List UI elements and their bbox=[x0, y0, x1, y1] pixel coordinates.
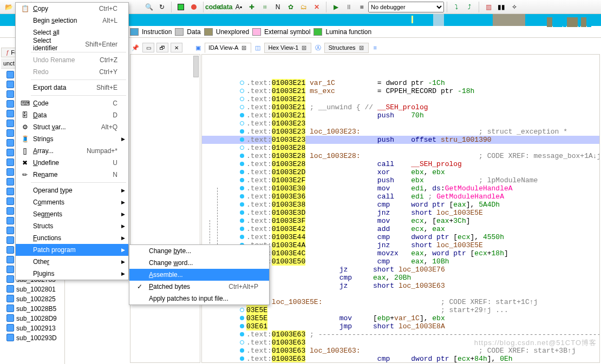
minimize-icon[interactable]: ▭ bbox=[142, 43, 154, 52]
breakpoint-dot[interactable] bbox=[240, 121, 244, 125]
menu-item[interactable]: Plugins bbox=[16, 268, 128, 280]
asm-line[interactable]: .text:01003E21 var_1C = dword ptr -1Ch bbox=[202, 79, 599, 87]
asm-line[interactable]: .text:01003E2F push ebx ; lpModuleName bbox=[202, 176, 599, 184]
asm-line[interactable]: .text:01003E63 loc_1003E63: ; CODE XREF:… bbox=[202, 347, 599, 355]
anchor-icon[interactable]: ⌗ bbox=[258, 1, 271, 14]
breakpoint-dot[interactable] bbox=[240, 105, 244, 109]
stack-icon[interactable]: ▮▮ bbox=[495, 1, 508, 14]
stop-icon[interactable] bbox=[187, 1, 200, 14]
pause-icon[interactable]: ⏸ bbox=[342, 1, 355, 14]
asm-icon[interactable]: A▪ bbox=[232, 1, 245, 14]
function-item[interactable]: sub_1002801 bbox=[3, 284, 64, 294]
menu-item[interactable]: 📋CopyCtrl+C bbox=[16, 3, 128, 15]
breakpoint-dot[interactable] bbox=[240, 316, 244, 320]
asm-line[interactable]: .text:01003E2D xor ebx, ebx bbox=[202, 168, 599, 176]
asm-line[interactable]: 03E61 jmp short loc_1003E8A bbox=[202, 322, 599, 330]
patch-submenu[interactable]: Change byte...Change word...Assemble...✓… bbox=[129, 244, 270, 305]
folder-icon[interactable]: 🗂 bbox=[297, 1, 310, 14]
step-over-icon[interactable]: ⤴ bbox=[463, 1, 476, 14]
asm-line[interactable]: .text:01003E23 loc_1003E23: ; struct _ex… bbox=[202, 128, 599, 136]
f-icon[interactable]: ✿ bbox=[284, 1, 297, 14]
asm-line[interactable]: .text:01003E21 push 70h bbox=[202, 111, 599, 120]
close-icon[interactable]: ⊠ bbox=[300, 44, 308, 51]
breakpoint-dot[interactable] bbox=[240, 348, 244, 353]
menu-item[interactable]: ✓Patched bytesCtrl+Alt+P bbox=[129, 281, 269, 293]
close-icon[interactable]: ✕ bbox=[171, 43, 182, 52]
menu-item[interactable]: ✖UndefineU bbox=[16, 157, 128, 169]
edit-context-menu[interactable]: 📋CopyCtrl+CBegin selectionAlt+LSelect al… bbox=[15, 2, 129, 280]
breakpoint-dot[interactable] bbox=[240, 178, 244, 182]
function-item[interactable]: sub_100293D bbox=[3, 333, 64, 343]
restore-icon[interactable]: 🗗 bbox=[156, 43, 168, 52]
menu-item[interactable]: Begin selectionAlt+L bbox=[16, 15, 128, 27]
asm-line[interactable]: 03E5E mov [ebp+var_1C], ebx bbox=[202, 314, 599, 322]
menu-item[interactable]: Functions bbox=[16, 232, 128, 244]
asm-line[interactable]: .text:01003E30 mov edi, ds:GetModuleHand… bbox=[202, 184, 599, 193]
menu-item[interactable]: Export dataShift+E bbox=[16, 82, 128, 94]
menu-item[interactable]: Structs bbox=[16, 220, 128, 232]
breakpoint-dot[interactable] bbox=[240, 186, 244, 190]
pin-icon[interactable]: 📌 bbox=[130, 42, 141, 53]
breakpoint-dot[interactable] bbox=[240, 308, 244, 312]
asm-line[interactable]: .text:01003E21 bbox=[202, 95, 599, 103]
tab-ida-view[interactable]: IDA View-A⊠ bbox=[205, 43, 251, 53]
asm-line[interactable]: .text:01003E42 add ecx, eax bbox=[202, 225, 599, 233]
breakpoint-dot[interactable] bbox=[240, 202, 244, 207]
menu-item[interactable]: ✏RenameN bbox=[16, 169, 128, 181]
breakpoint-dot[interactable] bbox=[240, 170, 244, 174]
menu-item[interactable]: 🧵Strings bbox=[16, 133, 128, 145]
code-icon[interactable]: code bbox=[206, 1, 219, 14]
breakpoint-dot[interactable] bbox=[240, 97, 244, 101]
asm-line[interactable]: .text:01003E44 cmp dword ptr [ecx], 4550… bbox=[202, 233, 599, 241]
breakpoint-dot[interactable] bbox=[240, 324, 244, 328]
menu-item[interactable]: Operand type bbox=[16, 184, 128, 196]
scrollbar[interactable] bbox=[193, 56, 199, 77]
asm-line[interactable]: .text:01003E28 call __SEH_prolog bbox=[202, 160, 599, 168]
breakpoint-dot[interactable] bbox=[240, 332, 244, 336]
breakpoint-dot[interactable] bbox=[240, 89, 244, 93]
menu-item[interactable]: Patch program bbox=[16, 244, 128, 256]
breakpoint-dot[interactable] bbox=[240, 129, 244, 134]
disassembly-view[interactable]: .text:01003E21 var_1C = dword ptr -1Ch.t… bbox=[201, 54, 600, 363]
tab-structures[interactable]: Structures⊠ bbox=[324, 43, 368, 53]
close-icon[interactable]: ⊠ bbox=[240, 44, 247, 51]
asm-line[interactable]: .text:01003E21 ms_exc = CPPEH_RECORD ptr… bbox=[202, 87, 599, 95]
tab-hex-view[interactable]: Hex View-1⊠ bbox=[264, 43, 311, 53]
gear-icon[interactable]: ✧ bbox=[508, 1, 521, 14]
breakpoint-dot[interactable] bbox=[240, 235, 244, 239]
function-item[interactable]: sub_1002825 bbox=[3, 294, 64, 304]
menu-item[interactable]: Segments bbox=[16, 208, 128, 220]
breakpoint-dot[interactable] bbox=[240, 219, 244, 223]
run-icon[interactable]: ▶ bbox=[329, 1, 342, 14]
breakpoint-icon[interactable] bbox=[174, 1, 187, 14]
plus-icon[interactable]: ✚ bbox=[245, 1, 258, 14]
debugger-select[interactable]: No debugger bbox=[368, 2, 444, 12]
breakpoint-dot[interactable] bbox=[240, 81, 244, 85]
asm-line[interactable]: .text:01003E28 bbox=[202, 144, 599, 152]
asm-line[interactable]: .text:01003E63 cmp dword ptr [ecx+84h], … bbox=[202, 355, 599, 363]
asm-line[interactable]: 03E5E ; start+29↑j ... bbox=[202, 306, 599, 314]
breakpoint-dot[interactable] bbox=[240, 113, 244, 117]
breakpoint-dot[interactable] bbox=[240, 154, 244, 158]
breakpoint-dot[interactable] bbox=[240, 356, 244, 361]
menu-item[interactable]: Change byte... bbox=[129, 245, 269, 257]
delete-icon[interactable]: ✕ bbox=[310, 1, 323, 14]
window-icon[interactable]: ▥ bbox=[482, 1, 495, 14]
asm-line[interactable]: .text:01003E63 ; -----------------------… bbox=[202, 330, 599, 339]
menu-item[interactable]: ⌨CodeC bbox=[16, 97, 128, 109]
breakpoint-dot[interactable] bbox=[240, 145, 244, 150]
breakpoint-dot[interactable] bbox=[240, 137, 244, 142]
function-item[interactable]: sub_10028D9 bbox=[3, 314, 64, 323]
menu-item[interactable]: Select identifierShift+Enter bbox=[16, 38, 128, 50]
menu-item[interactable]: 🗄DataD bbox=[16, 109, 128, 121]
menu-item[interactable]: ⚙Struct var...Alt+Q bbox=[16, 121, 128, 133]
menu-item[interactable]: Assemble... bbox=[129, 269, 269, 281]
function-item[interactable]: sub_10028B5 bbox=[3, 304, 64, 314]
menu-item[interactable]: Other bbox=[16, 256, 128, 268]
search-icon[interactable]: 🔍 bbox=[142, 1, 155, 14]
stop2-icon[interactable]: ■ bbox=[355, 1, 368, 14]
breakpoint-dot[interactable] bbox=[240, 340, 244, 345]
data-icon[interactable]: data bbox=[219, 1, 232, 14]
close-icon[interactable]: ⊠ bbox=[358, 44, 365, 51]
step-into-icon[interactable]: ⤵ bbox=[450, 1, 463, 14]
